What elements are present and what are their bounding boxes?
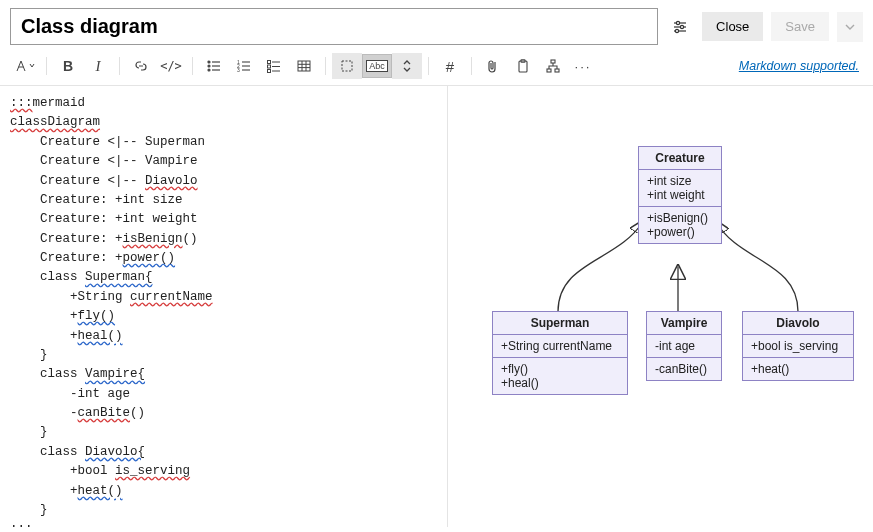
format-toolbar: B I </> 123 Abc # ··· Markdown supported… <box>0 51 873 85</box>
svg-point-5 <box>676 29 679 32</box>
expand-button[interactable] <box>392 53 422 79</box>
svg-rect-20 <box>268 65 271 68</box>
more-button[interactable]: ··· <box>568 53 598 79</box>
source-editor[interactable]: :::mermaid classDiagram Creature <|-- Su… <box>0 86 448 527</box>
bold-button[interactable]: B <box>53 53 83 79</box>
svg-point-8 <box>208 65 210 67</box>
svg-point-3 <box>681 25 684 28</box>
bullet-list-button[interactable] <box>199 53 229 79</box>
header-row: Close Save <box>0 0 873 51</box>
svg-rect-22 <box>268 70 271 73</box>
class-box-creature: Creature +int size +int weight +isBenign… <box>638 146 722 244</box>
svg-rect-34 <box>555 69 559 72</box>
svg-rect-24 <box>298 61 310 71</box>
selection-tool-button[interactable] <box>332 53 362 79</box>
settings-sliders-icon[interactable] <box>666 13 694 41</box>
close-button[interactable]: Close <box>702 12 763 41</box>
svg-point-6 <box>208 61 210 63</box>
checklist-button[interactable] <box>259 53 289 79</box>
class-name: Diavolo <box>743 312 853 335</box>
svg-point-1 <box>677 21 680 24</box>
attachment-button[interactable] <box>478 53 508 79</box>
hierarchy-button[interactable] <box>538 53 568 79</box>
code-button[interactable]: </> <box>156 53 186 79</box>
abc-highlight-button[interactable]: Abc <box>362 54 392 78</box>
link-button[interactable] <box>126 53 156 79</box>
class-box-superman: Superman +String currentName +fly() +hea… <box>492 311 628 395</box>
svg-point-10 <box>208 69 210 71</box>
text-format-menu[interactable] <box>10 53 40 79</box>
svg-rect-29 <box>342 61 352 71</box>
diagram-preview: Creature +int size +int weight +isBenign… <box>448 86 873 527</box>
numbered-list-button[interactable]: 123 <box>229 53 259 79</box>
class-box-diavolo: Diavolo +bool is_serving +heat() <box>742 311 854 381</box>
title-input[interactable] <box>10 8 658 45</box>
svg-rect-32 <box>551 60 555 63</box>
table-button[interactable] <box>289 53 319 79</box>
save-button[interactable]: Save <box>771 12 829 41</box>
class-name: Creature <box>639 147 721 170</box>
svg-text:3: 3 <box>237 67 240 73</box>
clipboard-button[interactable] <box>508 53 538 79</box>
save-dropdown[interactable] <box>837 12 863 42</box>
class-name: Superman <box>493 312 627 335</box>
svg-rect-18 <box>268 61 271 64</box>
editor-split: :::mermaid classDiagram Creature <|-- Su… <box>0 85 873 527</box>
svg-rect-33 <box>547 69 551 72</box>
class-name: Vampire <box>647 312 721 335</box>
markdown-supported-link[interactable]: Markdown supported. <box>739 59 863 73</box>
hash-button[interactable]: # <box>435 53 465 79</box>
class-box-vampire: Vampire -int age -canBite() <box>646 311 722 381</box>
italic-button[interactable]: I <box>83 53 113 79</box>
